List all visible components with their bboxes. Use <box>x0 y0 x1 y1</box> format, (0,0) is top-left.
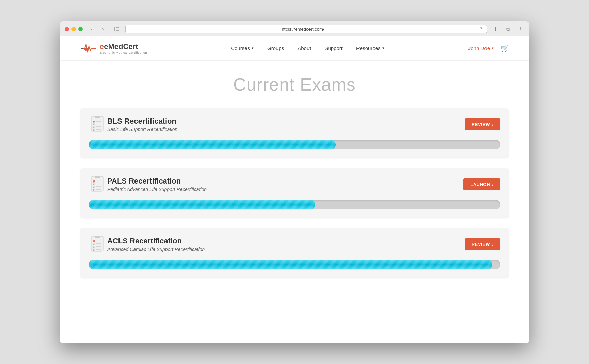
close-button[interactable] <box>65 27 69 31</box>
progress-bar-container-acls <box>89 260 500 269</box>
user-name-button[interactable]: John Doe <box>468 45 494 51</box>
nav-courses[interactable]: Courses <box>231 45 254 51</box>
exam-title-acls: ACLS Recertification <box>107 237 465 246</box>
exam-info-acls: ACLS Recertification Advanced Cardiac Li… <box>107 237 465 252</box>
launch-button-pals[interactable]: LAUNCH › <box>463 178 500 190</box>
website-content: eeMedCert Electronic Medical Certificati… <box>60 36 529 343</box>
exam-subtitle-bls: Basic Life Support Recertification <box>107 127 465 132</box>
progress-bar-container-pals <box>89 200 500 209</box>
svg-text:D: D <box>93 189 95 191</box>
nav-about[interactable]: About <box>298 45 311 51</box>
exam-header-pals: A B C D PALS Recertification <box>89 175 500 194</box>
arrow-icon: › <box>492 182 494 187</box>
nav-support[interactable]: Support <box>324 45 343 51</box>
progress-bar-fill-bls <box>89 140 336 149</box>
exam-icon-pals: A B C D <box>89 175 107 194</box>
browser-chrome: ‹ › ↻ ⬆ ⧉ + <box>60 21 529 36</box>
page-title: Current Exams <box>80 74 509 95</box>
browser-nav-buttons: ‹ › <box>87 25 108 33</box>
share-button[interactable]: ⬆ <box>491 25 500 33</box>
exam-card-pals: A B C D PALS Recertification <box>80 168 509 218</box>
forward-button[interactable]: › <box>98 25 108 33</box>
svg-text:C: C <box>93 186 95 188</box>
fullscreen-button[interactable] <box>78 27 83 31</box>
svg-rect-0 <box>114 27 115 31</box>
minimize-button[interactable] <box>71 27 76 31</box>
address-bar-wrap: ↻ <box>125 25 487 33</box>
review-button-acls[interactable]: REVIEW › <box>465 238 500 250</box>
progress-bar-fill-acls <box>89 260 492 269</box>
logo-icon <box>80 42 97 55</box>
svg-text:D: D <box>93 249 95 251</box>
main-content: Current Exams A B C D <box>60 61 529 308</box>
svg-rect-3 <box>116 30 119 31</box>
logo-name: eeMedCert <box>100 42 147 51</box>
exam-card-acls: A B C D ACLS Recertification <box>80 228 509 278</box>
svg-rect-34 <box>95 236 100 238</box>
exam-title-pals: PALS Recertification <box>107 177 463 186</box>
logo-text: eeMedCert Electronic Medical Certificati… <box>100 42 147 54</box>
progress-bar-fill-pals <box>89 200 315 209</box>
exam-info-pals: PALS Recertification Pediatric Advanced … <box>107 177 463 192</box>
exam-header-acls: A B C D ACLS Recertification <box>89 235 500 254</box>
browser-window: ‹ › ↻ ⬆ ⧉ + <box>60 21 529 343</box>
reload-button[interactable]: ↻ <box>480 26 484 32</box>
user-nav: John Doe 🛒 <box>468 44 509 52</box>
logo-tagline: Electronic Medical Certification <box>100 51 147 54</box>
nav-resources[interactable]: Resources <box>356 45 384 51</box>
arrow-icon: › <box>492 122 494 127</box>
exam-card-bls: A B C D BLS Recertification <box>80 108 509 158</box>
exam-subtitle-acls: Advanced Cardiac Life Support Recertific… <box>107 247 465 252</box>
sidebar-button[interactable] <box>112 25 121 33</box>
main-nav: Courses Groups About Support Resources <box>161 45 455 51</box>
review-button-bls[interactable]: REVIEW › <box>465 118 500 130</box>
logo-area[interactable]: eeMedCert Electronic Medical Certificati… <box>80 42 147 55</box>
svg-rect-6 <box>95 116 100 118</box>
exam-info-bls: BLS Recertification Basic Life Support R… <box>107 117 465 132</box>
traffic-lights <box>65 27 83 31</box>
new-tab-button[interactable]: + <box>517 25 524 33</box>
arrow-icon: › <box>492 242 494 247</box>
site-header: eeMedCert Electronic Medical Certificati… <box>60 36 529 61</box>
svg-text:D: D <box>93 129 95 131</box>
nav-groups[interactable]: Groups <box>267 45 284 51</box>
svg-text:C: C <box>93 126 95 128</box>
back-button[interactable]: ‹ <box>87 25 96 33</box>
svg-text:C: C <box>93 246 95 248</box>
progress-bar-container-bls <box>89 140 500 149</box>
exam-header-bls: A B C D BLS Recertification <box>89 115 500 134</box>
svg-rect-1 <box>116 27 119 28</box>
svg-rect-2 <box>116 29 119 29</box>
exam-icon-bls: A B C D <box>89 115 107 134</box>
address-bar[interactable] <box>125 25 487 33</box>
cart-icon[interactable]: 🛒 <box>500 44 509 52</box>
svg-rect-20 <box>95 176 100 178</box>
exam-icon-acls: A B C D <box>89 235 107 254</box>
exam-subtitle-pals: Pediatric Advanced Life Support Recertif… <box>107 187 463 192</box>
add-tab-button[interactable]: ⧉ <box>503 25 513 33</box>
browser-actions: ⬆ ⧉ <box>491 25 513 33</box>
exam-title-bls: BLS Recertification <box>107 117 465 126</box>
